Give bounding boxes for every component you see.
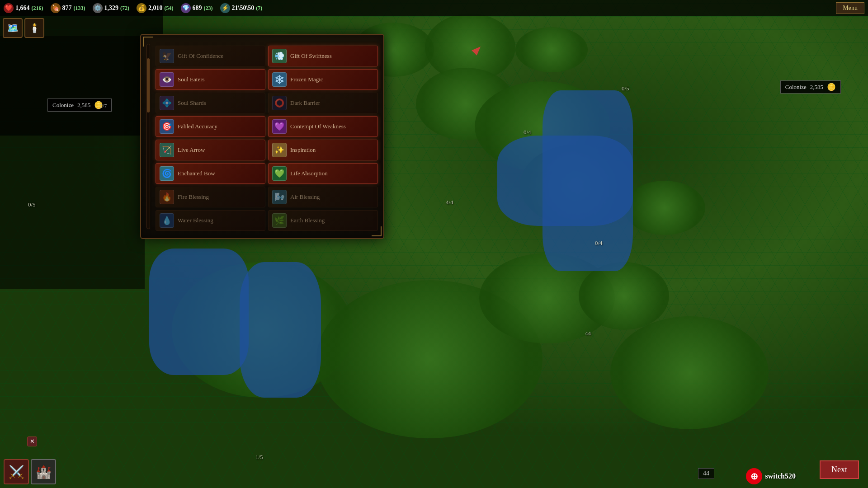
air-blessing-name: Air Blessing xyxy=(290,193,320,201)
ability-water-blessing[interactable]: 💧 Water Blessing xyxy=(156,210,265,231)
water-blessing-name: Water Blessing xyxy=(178,217,213,224)
ability-gift-of-swiftness[interactable]: 💨 Gift Of Swiftness xyxy=(268,46,378,66)
scroll-bar[interactable] xyxy=(146,44,150,229)
switch-logo: ⊕ xyxy=(746,468,762,484)
mana-delta: (23) xyxy=(204,5,213,12)
next-button[interactable]: Next xyxy=(820,460,859,479)
ability-gift-of-confidence[interactable]: 🦅 Gift Of Confidence xyxy=(156,46,265,66)
soul-shards-name: Soul Shards xyxy=(178,99,206,107)
map-label-44: 4/4 xyxy=(446,199,453,206)
map-label-15: 1/5 xyxy=(255,454,263,461)
castle-button[interactable]: 🏰 xyxy=(31,459,56,484)
map-label-44b: 44 xyxy=(585,330,591,337)
soul-eaters-icon: 👁️ xyxy=(160,72,174,87)
map-panel-icon[interactable]: 🗺️ xyxy=(3,18,23,38)
resource-special: ⚡ 21\50\50 (7) xyxy=(220,3,263,13)
food-value: 877 xyxy=(62,5,72,12)
ability-frozen-magic[interactable]: ❄️ Frozen Magic xyxy=(268,69,378,90)
colonize-label-right[interactable]: Colonize 2,585 🪙 xyxy=(780,80,841,94)
colonize-left-value: 2,585 xyxy=(77,102,90,109)
ability-enchanted-bow[interactable]: 🌀 Enchanted Bow xyxy=(156,163,265,184)
fire-blessing-name: Fire Blessing xyxy=(178,193,209,201)
earth-blessing-name: Earth Blessing xyxy=(290,217,325,224)
sword-button[interactable]: ⚔️ xyxy=(4,459,29,484)
resource-food: 🍖 877 (133) xyxy=(51,3,85,13)
ability-soul-shards[interactable]: 💠 Soul Shards xyxy=(156,93,265,113)
live-arrow-icon: 🏹 xyxy=(160,143,174,157)
ability-soul-eaters[interactable]: 👁️ Soul Eaters xyxy=(156,69,265,90)
switch-badge: ⊕ switch520 xyxy=(746,468,796,484)
gold-value: 2,010 xyxy=(148,5,163,12)
turn-counter: 44 xyxy=(698,468,714,479)
colonize-label-left[interactable]: Colonize 2,585 🪙 0/7 xyxy=(47,99,112,112)
map-label-05-right: 0/5 xyxy=(622,85,629,92)
ability-dark-barrier[interactable]: ⭕ Dark Barrier xyxy=(268,93,378,113)
water-area-4 xyxy=(149,249,249,375)
inspiration-name: Inspiration xyxy=(290,146,316,154)
prod-icon: ⚙️ xyxy=(93,3,103,13)
earth-blessing-icon: 🌿 xyxy=(272,213,287,228)
forest-patch xyxy=(624,181,705,235)
resource-pop: ❤️ 1,664 (216) xyxy=(4,3,43,13)
inspiration-icon: ✨ xyxy=(272,143,287,157)
special-icon: ⚡ xyxy=(220,3,230,13)
dark-barrier-icon: ⭕ xyxy=(272,96,287,110)
forest-patch xyxy=(579,262,669,330)
map-label-04: 0/4 xyxy=(524,129,531,136)
ability-life-absorption[interactable]: 💚 Life Absorption xyxy=(268,163,378,184)
ability-fire-blessing[interactable]: 🔥 Fire Blessing xyxy=(156,187,265,207)
dark-area-2 xyxy=(0,36,145,289)
life-absorption-name: Life Absorption xyxy=(290,170,328,177)
gold-delta: (54) xyxy=(165,5,174,12)
pop-delta: (216) xyxy=(32,5,43,12)
ability-fabled-accuracy[interactable]: 🎯 Fabled Accuracy xyxy=(156,116,265,137)
bottom-toolbar: ⚔️ ✕ 🏰 xyxy=(0,446,60,488)
menu-button[interactable]: Menu xyxy=(836,2,864,14)
candle-panel-icon[interactable]: 🕯️ xyxy=(24,18,44,38)
gift-swiftness-icon: 💨 xyxy=(272,49,287,63)
enchanted-bow-icon: 🌀 xyxy=(160,166,174,181)
close-button[interactable]: ✕ xyxy=(27,436,37,446)
map-label-05-left: 0/5 xyxy=(28,201,36,208)
resource-gold: 💰 2,010 (54) xyxy=(137,3,174,13)
food-delta: (133) xyxy=(74,5,85,12)
pop-icon: ❤️ xyxy=(4,3,14,13)
gift-confidence-name: Gift Of Confidence xyxy=(178,52,223,60)
mana-value: 689 xyxy=(193,5,202,12)
hud-right: Menu xyxy=(836,2,864,14)
pop-value: 1,664 xyxy=(15,5,30,12)
ability-grid: 🦅 Gift Of Confidence 💨 Gift Of Swiftness… xyxy=(156,46,378,231)
frozen-magic-name: Frozen Magic xyxy=(290,76,323,83)
water-blessing-icon: 💧 xyxy=(160,213,174,228)
ability-earth-blessing[interactable]: 🌿 Earth Blessing xyxy=(268,210,378,231)
colonize-left-sub: 0/7 xyxy=(100,103,107,110)
water-area-2 xyxy=(542,90,633,271)
live-arrow-name: Live Arrow xyxy=(178,146,205,154)
gift-swiftness-name: Gift Of Swiftness xyxy=(290,52,332,60)
map-label-04b: 0/4 xyxy=(595,239,603,247)
prod-delta: (72) xyxy=(120,5,129,12)
ability-contempt-of-weakness[interactable]: 💜 Contempt Of Weakness xyxy=(268,116,378,137)
ability-live-arrow[interactable]: 🏹 Live Arrow xyxy=(156,140,265,160)
enchanted-bow-name: Enchanted Bow xyxy=(178,170,215,177)
colonize-left-text: Colonize xyxy=(52,102,74,109)
soul-shards-icon: 💠 xyxy=(160,96,174,110)
turn-number: 44 xyxy=(703,470,709,477)
life-absorption-icon: 💚 xyxy=(272,166,287,181)
prod-value: 1,329 xyxy=(104,5,119,12)
special-delta: (7) xyxy=(256,5,262,12)
water-area-3 xyxy=(240,262,321,398)
forest-patch xyxy=(515,27,588,72)
soul-eaters-name: Soul Eaters xyxy=(178,76,205,83)
gift-confidence-icon: 🦅 xyxy=(160,49,174,63)
forest-patch xyxy=(610,316,769,429)
resource-prod: ⚙️ 1,329 (72) xyxy=(93,3,130,13)
panel-icons: 🗺️ 🕯️ xyxy=(3,18,44,38)
fire-blessing-icon: 🔥 xyxy=(160,190,174,204)
ability-air-blessing[interactable]: 🌬️ Air Blessing xyxy=(268,187,378,207)
ability-inspiration[interactable]: ✨ Inspiration xyxy=(268,140,378,160)
colonize-right-value: 2,585 xyxy=(810,84,823,91)
contempt-name: Contempt Of Weakness xyxy=(290,123,346,130)
ability-panel: 🦅 Gift Of Confidence 💨 Gift Of Swiftness… xyxy=(140,34,384,239)
fabled-accuracy-icon: 🎯 xyxy=(160,119,174,134)
